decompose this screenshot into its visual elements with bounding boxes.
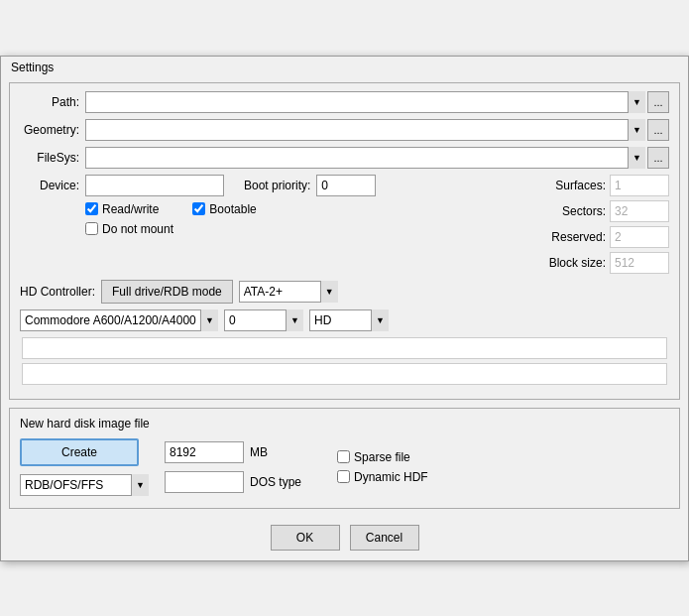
bottom-buttons-row: OK Cancel (1, 517, 688, 560)
empty-bar-1 (22, 337, 667, 359)
dynamic-hdf-checkbox-label[interactable]: Dynamic HDF (337, 470, 428, 484)
settings-section: Path: ▼ ... Geometry: ▼ ... FileSys: ▼ .… (9, 82, 680, 400)
filesys-row: FileSys: ▼ ... (20, 147, 669, 169)
boot-priority-label: Boot priority: (244, 179, 310, 192)
hd-controller-row: HD Controller: Full drive/RDB mode ATA-2… (20, 280, 669, 304)
sectors-input[interactable] (610, 200, 669, 222)
ok-button[interactable]: OK (271, 525, 340, 551)
block-size-row: Block size: (536, 252, 669, 274)
geometry-label: Geometry: (20, 123, 79, 137)
zero-combo-wrapper: 0 ▼ (224, 309, 303, 331)
hd-combo-wrapper: HD ▼ (309, 309, 389, 331)
do-not-mount-row: Do not mount (20, 222, 517, 236)
device-input[interactable] (85, 175, 224, 196)
sectors-label: Sectors: (536, 204, 606, 218)
dos-type-label: DOS type (250, 475, 301, 489)
hd-controller-label: HD Controller: (20, 285, 95, 299)
dos-type-input[interactable] (165, 471, 244, 493)
mb-input[interactable] (165, 441, 244, 463)
dynamic-hdf-label: Dynamic HDF (354, 470, 428, 484)
zero-select[interactable]: 0 (224, 309, 303, 331)
filesys-input[interactable] (85, 147, 645, 169)
settings-title: Settings (1, 57, 688, 74)
ata-combo-wrapper: ATA-2+ ▼ (239, 281, 338, 303)
bootable-checkbox-label[interactable]: Bootable (192, 202, 256, 216)
mb-row: MB (165, 441, 301, 463)
bootable-checkbox[interactable] (192, 202, 205, 215)
boot-priority-input[interactable] (316, 175, 376, 196)
mb-label: MB (250, 445, 268, 459)
ata-select[interactable]: ATA-2+ (239, 281, 338, 303)
bootable-label: Bootable (209, 202, 256, 216)
device-label: Device: (20, 179, 79, 192)
do-not-mount-checkbox-label[interactable]: Do not mount (85, 222, 497, 236)
geometry-input[interactable] (85, 119, 645, 141)
create-button[interactable]: Create (20, 438, 139, 466)
do-not-mount-checkbox[interactable] (85, 222, 98, 235)
surfaces-input[interactable] (610, 175, 669, 196)
controller-options-row: Commodore A600/A1200/A4000 IDE ▼ 0 ▼ HD … (20, 309, 669, 331)
empty-bar-2 (22, 363, 667, 385)
new-hdf-title: New hard disk image file (20, 417, 669, 431)
reserved-row: Reserved: (536, 226, 669, 248)
cancel-button[interactable]: Cancel (350, 525, 419, 551)
surfaces-label: Surfaces: (536, 179, 606, 192)
hd-select[interactable]: HD (309, 309, 389, 331)
dynamic-hdf-checkbox[interactable] (337, 470, 350, 483)
dos-type-row: DOS type (165, 471, 301, 493)
filesys-label: FileSys: (20, 151, 79, 165)
sparse-file-label: Sparse file (354, 450, 410, 464)
full-drive-rdb-button[interactable]: Full drive/RDB mode (101, 280, 233, 304)
path-input[interactable] (85, 91, 645, 113)
geometry-browse-button[interactable]: ... (647, 119, 669, 141)
reserved-input[interactable] (610, 226, 669, 248)
read-write-label: Read/write (102, 202, 159, 216)
read-write-checkbox[interactable] (85, 202, 98, 215)
path-label: Path: (20, 95, 79, 109)
right-fields: Surfaces: Sectors: Reserved: Block size: (536, 175, 669, 274)
surfaces-row: Surfaces: (536, 175, 669, 196)
sectors-row: Sectors: (536, 200, 669, 222)
path-row: Path: ▼ ... (20, 91, 669, 113)
filesys-browse-button[interactable]: ... (647, 147, 669, 169)
reserved-label: Reserved: (536, 230, 606, 244)
block-size-input[interactable] (610, 252, 669, 274)
block-size-label: Block size: (536, 256, 606, 270)
geometry-row: Geometry: ▼ ... (20, 119, 669, 141)
sparse-file-checkbox[interactable] (337, 450, 350, 463)
rdb-combo-wrapper: RDB/OFS/FFS ▼ (20, 474, 149, 496)
commodore-combo-wrapper: Commodore A600/A1200/A4000 IDE ▼ (20, 309, 218, 331)
commodore-select[interactable]: Commodore A600/A1200/A4000 IDE (20, 309, 218, 331)
path-browse-button[interactable]: ... (647, 91, 669, 113)
checkboxes-row: Read/write Bootable (20, 202, 517, 216)
sparse-file-checkbox-label[interactable]: Sparse file (337, 450, 428, 464)
do-not-mount-label: Do not mount (102, 222, 173, 236)
device-row: Device: Boot priority: (20, 175, 517, 196)
file-options: Sparse file Dynamic HDF (337, 450, 448, 484)
rdb-select[interactable]: RDB/OFS/FFS (20, 474, 149, 496)
new-hdf-section: New hard disk image file Create RDB/OFS/… (9, 408, 680, 509)
read-write-checkbox-label[interactable]: Read/write (85, 202, 159, 216)
